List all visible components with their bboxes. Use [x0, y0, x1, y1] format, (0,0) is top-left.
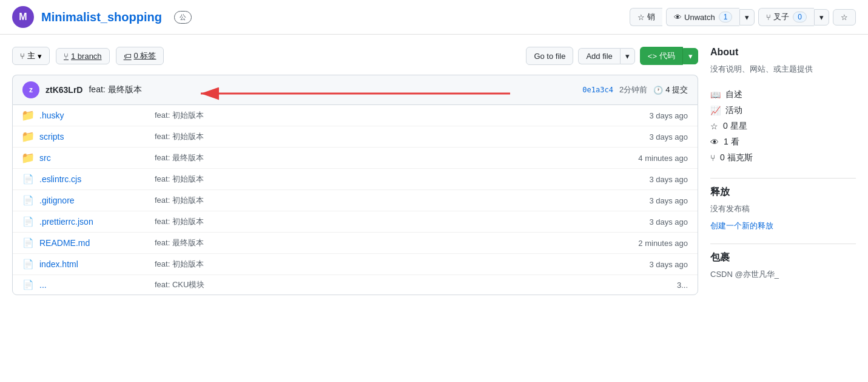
commit-bar: z ztK63LrD feat: 最终版本 0e1a3c4 2分钟前 — [12, 75, 698, 104]
file-commit-msg: feat: 初始版本 — [155, 131, 643, 142]
fork-dropdown-button[interactable]: ▾ — [814, 9, 829, 26]
sidebar-item-watching[interactable]: 👁 1 看 — [710, 134, 856, 150]
commit-author[interactable]: ztK63LrD — [45, 85, 82, 95]
file-commit-msg: feat: 初始版本 — [155, 195, 643, 206]
star-icon-button[interactable]: ☆ — [833, 9, 856, 26]
packages-section: 包裹 CSDN @亦世凡华_ — [710, 251, 856, 280]
public-badge: 公 — [174, 11, 192, 24]
table-row: 📄 .gitignore feat: 初始版本 3 days ago — [13, 190, 698, 211]
commit-time: 2分钟前 — [619, 84, 647, 95]
releases-title: 释放 — [710, 186, 856, 199]
table-row: 📄 .prettierrc.json feat: 初始版本 3 days ago — [13, 211, 698, 233]
file-commit-msg: feat: 最终版本 — [155, 152, 632, 163]
file-table: 📁 .husky feat: 初始版本 3 days ago 📁 scripts… — [12, 104, 698, 295]
folder-icon: 📁 — [22, 131, 33, 142]
activity-icon: 📈 — [710, 106, 721, 115]
star-outline-icon: ☆ — [841, 13, 848, 22]
repo-files: z ztK63LrD feat: 最终版本 0e1a3c4 2分钟前 — [12, 75, 698, 295]
star-button[interactable]: ☆ 销 — [630, 8, 662, 26]
file-name-link[interactable]: src — [39, 153, 149, 163]
sidebar: About 没有说明、网站、或主题提供 📖 自述 📈 活动 ☆ 0 星星 👁 1… — [710, 47, 856, 295]
code-button-group: <> 代码 ▾ — [640, 47, 698, 65]
file-time: 3... — [677, 281, 688, 290]
table-row: 📄 README.md feat: 最终版本 2 minutes ago — [13, 233, 698, 254]
sidebar-item-activity[interactable]: 📈 活动 — [710, 103, 856, 118]
tag-icon: 🏷 — [124, 52, 132, 61]
table-row: 📁 .husky feat: 初始版本 3 days ago — [13, 105, 698, 126]
about-title: About — [710, 47, 856, 58]
table-row: 📁 src feat: 最终版本 4 minutes ago — [13, 148, 698, 169]
repo-name[interactable]: Minimalist_shopping — [41, 10, 162, 24]
commit-avatar: z — [22, 81, 39, 98]
fork-count: 0 — [793, 12, 807, 22]
go-to-file-button[interactable]: Go to file — [526, 47, 573, 65]
file-commit-msg: feat: 最终版本 — [155, 237, 632, 248]
folder-icon: 📁 — [22, 110, 33, 121]
header-actions: ☆ 销 👁 Unwatch 1 ▾ ⑂ 叉子 0 ▾ ☆ — [630, 8, 856, 26]
file-time: 3 days ago — [649, 175, 688, 184]
table-row: 📄 .eslintrc.cjs feat: 初始版本 3 days ago — [13, 169, 698, 190]
branch-chevron-icon: ▾ — [38, 52, 42, 61]
star-button-group: ☆ 销 — [630, 8, 662, 26]
code-icon: <> — [648, 52, 657, 61]
code-button[interactable]: <> 代码 — [640, 47, 683, 65]
sidebar-item-readme[interactable]: 📖 自述 — [710, 87, 856, 103]
file-name-link[interactable]: .husky — [39, 111, 149, 120]
history-icon: 🕐 — [653, 86, 663, 95]
branch-count-icon: ⑂ — [64, 52, 69, 61]
commit-hash[interactable]: 0e1a3c4 — [582, 86, 613, 94]
file-commit-msg: feat: 初始版本 — [155, 259, 643, 270]
file-time: 4 minutes ago — [638, 154, 688, 163]
repo-avatar: M — [12, 6, 34, 28]
table-row: 📁 scripts feat: 初始版本 3 days ago — [13, 126, 698, 148]
sidebar-item-forks[interactable]: ⑂ 0 福克斯 — [710, 150, 856, 166]
branch-count-link[interactable]: ⑂ 1 branch — [56, 48, 110, 64]
file-doc-icon: 📄 — [22, 216, 33, 227]
fork-button[interactable]: ⑂ 叉子 0 — [758, 8, 814, 26]
add-file-button[interactable]: Add file — [578, 48, 619, 64]
file-commit-msg: feat: 初始版本 — [155, 110, 643, 121]
watch-button[interactable]: 👁 Unwatch 1 — [666, 8, 739, 26]
watch-dropdown-button[interactable]: ▾ — [739, 9, 755, 26]
file-commit-msg: feat: CKU模块 — [155, 279, 671, 290]
add-file-dropdown[interactable]: ▾ — [620, 48, 635, 64]
sidebar-item-stars[interactable]: ☆ 0 星星 — [710, 118, 856, 134]
readme-icon: 📖 — [710, 90, 721, 100]
file-name-link[interactable]: index.html — [39, 259, 149, 269]
sidebar-divider — [710, 178, 856, 179]
file-doc-icon: 📄 — [22, 174, 33, 185]
file-doc-icon: 📄 — [22, 259, 33, 270]
file-time: 3 days ago — [649, 132, 688, 142]
tag-count-link[interactable]: 🏷 0 标签 — [116, 47, 164, 65]
file-name-link[interactable]: scripts — [39, 132, 149, 142]
fork-button-group: ⑂ 叉子 0 ▾ — [758, 8, 829, 26]
about-section: About 没有说明、网站、或主题提供 — [710, 47, 856, 75]
file-time: 3 days ago — [649, 111, 688, 120]
file-doc-icon: 📄 — [22, 279, 33, 290]
create-release-link[interactable]: 创建一个新的释放 — [710, 221, 773, 230]
fork-icon: ⑂ — [766, 13, 771, 22]
file-name-link[interactable]: .eslintrc.cjs — [39, 174, 149, 184]
commit-message: feat: 最终版本 — [89, 84, 141, 95]
file-name-link[interactable]: .prettierrc.json — [39, 217, 149, 227]
packages-attribution: CSDN @亦世凡华_ — [710, 269, 856, 280]
repo-toolbar: ⑂ 主 ▾ ⑂ 1 branch 🏷 0 标签 Go to file Add f… — [12, 47, 698, 65]
file-commit-msg: feat: 初始版本 — [155, 216, 643, 227]
main-layout: ⑂ 主 ▾ ⑂ 1 branch 🏷 0 标签 Go to file Add f… — [0, 35, 868, 307]
packages-title: 包裹 — [710, 251, 856, 264]
branch-icon: ⑂ — [20, 52, 25, 61]
file-name-link[interactable]: README.md — [39, 238, 149, 248]
about-desc: 没有说明、网站、或主题提供 — [710, 64, 856, 75]
star-icon: ☆ — [638, 13, 645, 22]
branch-selector[interactable]: ⑂ 主 ▾ — [12, 47, 50, 65]
table-row: 📄 index.html feat: 初始版本 3 days ago — [13, 254, 698, 275]
file-name-link[interactable]: .gitignore — [39, 196, 149, 205]
commit-history[interactable]: 🕐 4 提交 — [653, 84, 688, 95]
file-commit-msg: feat: 初始版本 — [155, 174, 643, 185]
watch-icon: 👁 — [710, 137, 719, 147]
sidebar-divider-2 — [710, 244, 856, 244]
page-header: M Minimalist_shopping 公 ☆ 销 👁 Unwatch 1 … — [0, 0, 868, 35]
code-dropdown[interactable]: ▾ — [683, 48, 698, 64]
file-name-link[interactable]: ... — [39, 280, 149, 290]
file-time: 2 minutes ago — [638, 239, 688, 248]
